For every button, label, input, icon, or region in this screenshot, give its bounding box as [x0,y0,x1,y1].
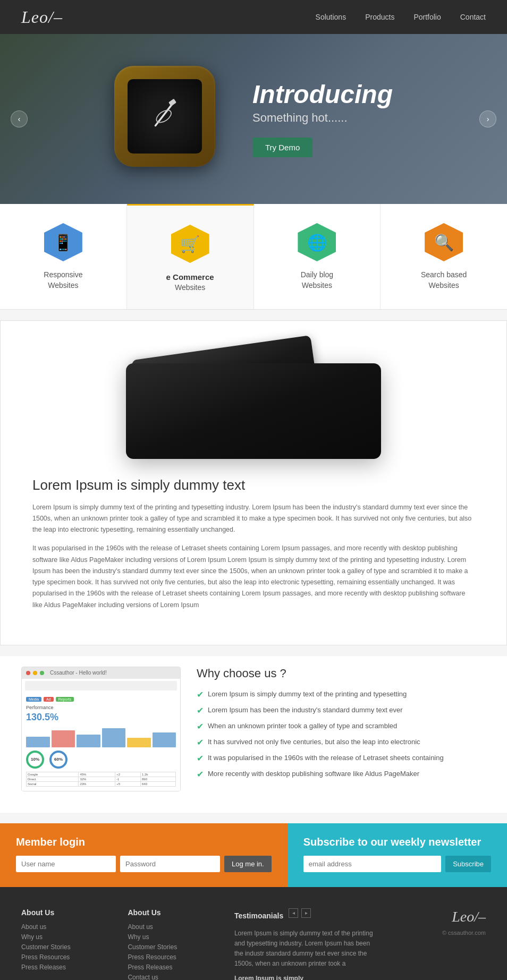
nav: Solutions Products Portfolio Contact [316,13,486,21]
try-demo-button[interactable]: Try Demo [252,138,312,157]
hero-title: Introducing [252,81,393,109]
hero-section: ‹ Introducing Something hot...... Try De… [0,34,507,204]
header: Leo/– Solutions Products Portfolio Conta… [0,0,507,34]
search-icon: 🔍 [425,223,463,261]
nav-portfolio[interactable]: Portfolio [413,13,441,21]
why-item-3: ✔ When an unknown printer took a galley … [197,722,486,731]
tablet-visual-wrap [32,342,475,461]
footer-link-why2[interactable]: Why us [128,933,218,941]
spatula-icon [146,98,183,135]
product-para2: It was popularised in the 1960s with the… [32,543,475,611]
dot-green [40,671,44,675]
footer-col3-title: Testimoanials [234,911,283,920]
username-input[interactable] [16,856,116,872]
responsive-label: Responsive Websites [11,270,116,291]
footer-link-press-res1[interactable]: Press Resources [21,953,112,961]
ss-big-number: 130.5% [26,712,176,723]
screenshot-body: Media Ad Reports Performance 130.5% 10% … [22,693,180,791]
ss-circle-1: 10% [26,751,44,769]
ss-bar-2 [52,730,75,747]
password-input[interactable] [120,856,220,872]
testimonial-nav: ◂ ▸ [289,908,311,918]
feature-blog[interactable]: 🌐 Daily blog Websites [254,204,381,309]
hero-arrow-right[interactable]: › [479,110,496,127]
product-para1: Lorem Ipsum is simply dummy text of the … [32,502,475,536]
testimonial-prev[interactable]: ◂ [289,908,298,918]
testimonial-body: Lorem Ipsum is simply dummy text of the … [234,928,379,969]
footer-link-why1[interactable]: Why us [21,933,112,941]
features-section: 📱 Responsive Websites 🛒 e Commerce Websi… [0,204,507,310]
feature-search[interactable]: 🔍 Search based Websites [381,204,507,309]
nav-products[interactable]: Products [365,13,394,21]
screenshot-titlebar: Cssauthor - Hello world! [22,667,180,679]
footer: About Us About us Why us Customer Storie… [0,887,507,980]
footer-link-contact[interactable]: Contact us [128,974,218,980]
search-label: Search based Websites [391,270,496,291]
member-login-section: Member login Log me in. [0,823,288,887]
dot-yellow [33,671,37,675]
footer-logo-col: Leo/– © cssauthor.com [395,908,486,980]
footer-logo: Leo/– [395,908,486,925]
footer-link-press-rel1[interactable]: Press Releases [21,964,112,971]
footer-link-about1[interactable]: About us [21,923,112,931]
ss-nav-item1: Media [26,697,41,702]
logo: Leo/– [21,7,63,27]
why-item-6: ✔ More recently with desktop publishing … [197,770,486,779]
testimonial-author: Lorem Ipsum is simply Owner, Lorem Ipsum [234,975,379,980]
check-icon-5: ✔ [197,753,204,763]
why-item-1: ✔ Lorem Ipsum is simply dummy text of th… [197,690,486,700]
subscribe-button[interactable]: Subscribe [445,856,491,872]
ecommerce-icon: 🛒 [171,225,209,263]
hero-arrow-left[interactable]: ‹ [11,110,28,127]
ss-bar-3 [77,735,100,747]
feature-responsive[interactable]: 📱 Responsive Websites [0,204,127,309]
product-title: Lorem Ipsum is simply dummy text [32,477,475,493]
footer-col1-title: About Us [21,908,112,917]
newsletter-section: Subscribe to our weekly newsletter Subsc… [288,823,507,887]
login-button[interactable]: Log me in. [224,856,272,872]
dot-red [26,671,30,675]
testimonial-next[interactable]: ▸ [301,908,311,918]
footer-link-customers2[interactable]: Customer Stories [128,943,218,951]
login-title: Member login [16,836,272,848]
login-form-row: Log me in. [16,856,272,872]
tablet-visual [115,342,392,459]
why-item-5: ✔ It was popularised in the 1960s with t… [197,754,486,763]
footer-testimonial: Testimoanials ◂ ▸ Lorem Ipsum is simply … [234,908,379,980]
ss-circles: 10% 60% [26,751,176,769]
footer-col-2: About Us About us Why us Customer Storie… [128,908,218,980]
responsive-icon: 📱 [44,223,82,261]
footer-link-press-res2[interactable]: Press Resources [128,953,218,961]
email-input[interactable] [303,856,441,872]
bottom-forms: Member login Log me in. Subscribe to our… [0,823,507,887]
why-title: Why choose us ? [197,667,486,680]
why-item-2: ✔ Lorem Ipsum has been the industry's st… [197,706,486,715]
ss-bar-1 [26,737,50,747]
svg-rect-2 [168,99,176,106]
check-icon-6: ✔ [197,769,204,779]
ss-performance: Performance [26,705,176,710]
footer-link-about2[interactable]: About us [128,923,218,931]
blog-icon: 🌐 [298,223,336,261]
footer-copyright: © cssauthor.com [395,930,486,936]
hero-text: Introducing Something hot...... Try Demo [252,81,393,157]
why-item-4: ✔ It has survived not only five centurie… [197,738,486,747]
ecommerce-label: e Commerce Websites [138,271,243,293]
nav-solutions[interactable]: Solutions [316,13,347,21]
footer-link-customers1[interactable]: Customer Stories [21,943,112,951]
blog-label: Daily blog Websites [265,270,370,291]
why-screenshot: Cssauthor - Hello world! Media Ad Report… [21,667,181,791]
footer-col2-title: About Us [128,908,218,917]
nav-contact[interactable]: Contact [460,13,486,21]
ss-circle-2: 60% [49,751,67,769]
ss-bar-5 [127,738,151,747]
ss-bars [26,726,176,747]
footer-link-press-rel2[interactable]: Press Releases [128,964,218,971]
why-section: Cssauthor - Hello world! Media Ad Report… [0,656,507,813]
ss-table: Google45%+21.2k Direct32%-1890 Social23%… [26,772,176,787]
feature-ecommerce[interactable]: 🛒 e Commerce Websites [127,204,254,309]
product-section: Lorem Ipsum is simply dummy text Lorem I… [0,320,507,645]
newsletter-title: Subscribe to our weekly newsletter [303,836,491,848]
ss-nav: Media Ad Reports [26,697,176,702]
screenshot-url-bar [25,681,177,691]
